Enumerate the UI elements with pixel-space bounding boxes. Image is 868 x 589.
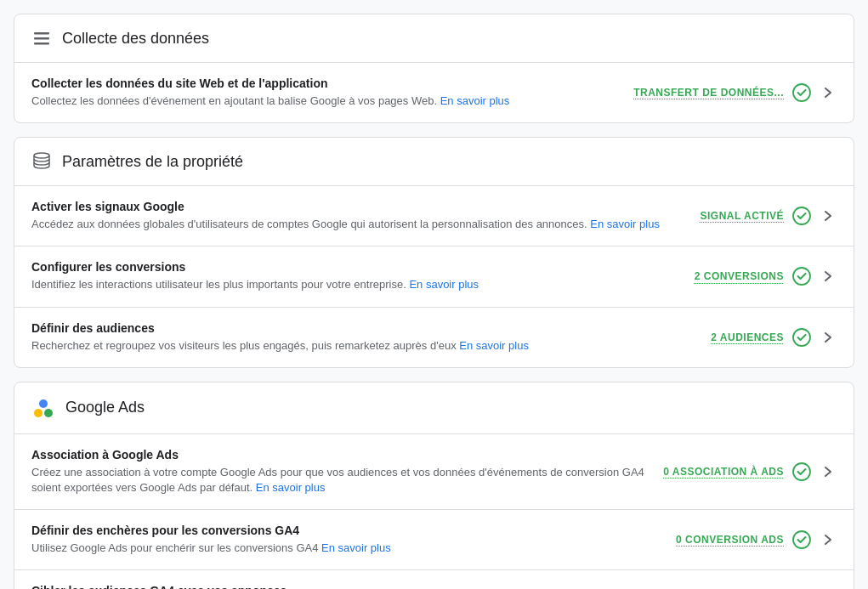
card-header-property-settings: Paramètres de la propriété bbox=[14, 138, 854, 186]
svg-point-3 bbox=[793, 84, 810, 101]
row-link-define-audiences[interactable]: En savoir plus bbox=[459, 339, 529, 352]
card-title-data-collection: Collecte des données bbox=[62, 30, 209, 48]
check-icon-google-ads-link bbox=[792, 462, 811, 481]
row-desc-ga4-conversions: Utilisez Google Ads pour enchérir sur le… bbox=[31, 541, 659, 556]
row-google-signals: Activer les signaux Google Accédez aux d… bbox=[14, 186, 854, 246]
row-desc-google-ads-link: Créez une association à votre compte Goo… bbox=[31, 465, 646, 496]
row-left-configure-conversions: Configurer les conversions Identifiez le… bbox=[31, 260, 695, 292]
row-left-define-audiences: Définir des audiences Recherchez et regr… bbox=[31, 321, 711, 354]
row-right-configure-conversions: 2 CONVERSIONS bbox=[695, 267, 837, 286]
card-header-data-collection: Collecte des données bbox=[14, 14, 854, 63]
row-left-google-ads-link: Association à Google Ads Créez une assoc… bbox=[31, 448, 663, 496]
row-desc-collect-data: Collectez les données d'événement en ajo… bbox=[31, 93, 616, 109]
row-link-google-signals[interactable]: En savoir plus bbox=[590, 218, 660, 230]
card-property-settings: Paramètres de la propriété Activer les s… bbox=[14, 137, 854, 368]
chevron-icon-define-audiences[interactable] bbox=[820, 329, 837, 346]
row-title-configure-conversions: Configurer les conversions bbox=[31, 260, 678, 274]
row-right-define-audiences: 2 AUDIENCES bbox=[711, 328, 837, 347]
row-collect-data: Collecter les données du site Web et de … bbox=[14, 63, 854, 122]
row-left-google-signals: Activer les signaux Google Accédez aux d… bbox=[31, 200, 700, 232]
database-icon bbox=[31, 151, 52, 172]
svg-point-5 bbox=[793, 207, 810, 224]
row-desc-configure-conversions: Identifiez les interactions utilisateur … bbox=[31, 277, 678, 292]
row-title-collect-data: Collecter les données du site Web et de … bbox=[31, 76, 616, 90]
row-title-google-ads-link: Association à Google Ads bbox=[31, 448, 646, 462]
row-right-google-signals: SIGNAL ACTIVÉ bbox=[700, 207, 837, 225]
card-data-collection: Collecte des données Collecter les donné… bbox=[14, 14, 854, 123]
row-title-ga4-audiences: Cibler les audiences GA4 avec vos annonc… bbox=[31, 584, 676, 589]
row-right-ga4-conversions: 0 CONVERSION ADS bbox=[676, 530, 837, 549]
svg-rect-2 bbox=[34, 42, 49, 45]
chevron-icon-configure-conversions[interactable] bbox=[820, 268, 837, 285]
row-title-ga4-conversions: Définir des enchères pour les conversion… bbox=[31, 524, 659, 537]
svg-point-8 bbox=[34, 409, 43, 417]
chevron-icon-google-signals[interactable] bbox=[820, 207, 837, 224]
check-icon-define-audiences bbox=[792, 328, 811, 347]
status-label-google-ads-link[interactable]: 0 ASSOCIATION À ADS bbox=[663, 466, 784, 478]
row-left-ga4-audiences: Cibler les audiences GA4 avec vos annonc… bbox=[31, 584, 693, 589]
chevron-icon-google-ads-link[interactable] bbox=[820, 463, 837, 480]
check-icon-configure-conversions bbox=[792, 267, 811, 286]
row-configure-conversions: Configurer les conversions Identifiez le… bbox=[14, 246, 854, 307]
svg-point-7 bbox=[793, 329, 810, 346]
chevron-icon-collect-data[interactable] bbox=[820, 84, 837, 101]
row-link-configure-conversions[interactable]: En savoir plus bbox=[409, 278, 479, 291]
row-title-define-audiences: Définir des audiences bbox=[31, 321, 694, 335]
row-define-audiences: Définir des audiences Recherchez et regr… bbox=[14, 308, 854, 367]
card-header-google-ads: Google Ads bbox=[14, 382, 854, 434]
status-label-configure-conversions[interactable]: 2 CONVERSIONS bbox=[695, 270, 784, 282]
layers-icon bbox=[31, 28, 52, 48]
row-link-ga4-conversions[interactable]: En savoir plus bbox=[321, 541, 391, 554]
card-title-property-settings: Paramètres de la propriété bbox=[62, 153, 243, 171]
row-right-collect-data: TRANSFERT DE DONNÉES... bbox=[633, 83, 837, 102]
svg-point-10 bbox=[39, 399, 48, 408]
google-ads-icon bbox=[31, 396, 55, 420]
status-label-ga4-conversions[interactable]: 0 CONVERSION ADS bbox=[676, 534, 784, 546]
row-ga4-conversions: Définir des enchères pour les conversion… bbox=[14, 510, 854, 570]
svg-rect-1 bbox=[34, 37, 49, 40]
check-icon-google-signals bbox=[792, 207, 811, 225]
check-icon-collect-data bbox=[792, 83, 811, 102]
status-label-collect-data[interactable]: TRANSFERT DE DONNÉES... bbox=[633, 87, 784, 99]
row-desc-define-audiences: Recherchez et regroupez vos visiteurs le… bbox=[31, 338, 694, 354]
card-google-ads: Google Ads Association à Google Ads Crée… bbox=[14, 382, 854, 589]
row-title-google-signals: Activer les signaux Google bbox=[31, 200, 683, 213]
row-link-collect-data[interactable]: En savoir plus bbox=[440, 94, 510, 107]
svg-point-6 bbox=[793, 268, 810, 285]
card-title-google-ads: Google Ads bbox=[65, 399, 145, 416]
status-label-define-audiences[interactable]: 2 AUDIENCES bbox=[711, 331, 784, 343]
svg-point-4 bbox=[34, 153, 49, 158]
row-left-collect-data: Collecter les données du site Web et de … bbox=[31, 76, 633, 109]
row-link-google-ads-link[interactable]: En savoir plus bbox=[256, 481, 326, 494]
status-label-google-signals[interactable]: SIGNAL ACTIVÉ bbox=[700, 210, 784, 222]
svg-point-9 bbox=[44, 409, 53, 417]
row-ga4-audiences: Cibler les audiences GA4 avec vos annonc… bbox=[14, 570, 854, 589]
row-google-ads-link: Association à Google Ads Créez une assoc… bbox=[14, 434, 854, 510]
row-left-ga4-conversions: Définir des enchères pour les conversion… bbox=[31, 524, 676, 556]
svg-point-12 bbox=[793, 531, 810, 548]
chevron-icon-ga4-conversions[interactable] bbox=[820, 531, 837, 548]
page-container: Collecte des données Collecter les donné… bbox=[0, 0, 868, 589]
svg-rect-0 bbox=[34, 32, 49, 35]
row-right-google-ads-link: 0 ASSOCIATION À ADS bbox=[663, 462, 837, 481]
row-desc-google-signals: Accédez aux données globales d'utilisate… bbox=[31, 217, 683, 232]
svg-point-11 bbox=[793, 463, 810, 480]
check-icon-ga4-conversions bbox=[792, 530, 811, 549]
